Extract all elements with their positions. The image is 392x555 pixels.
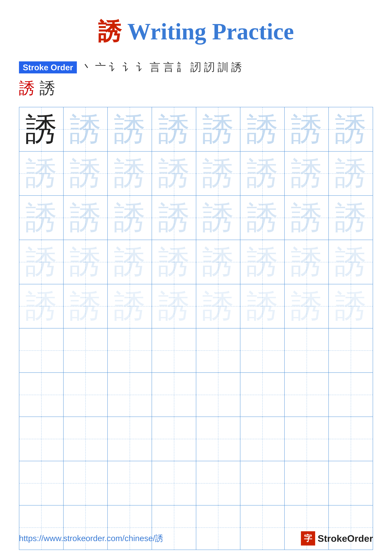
char-vlight: 誘 bbox=[70, 290, 101, 322]
grid-cell-5-2: 誘 bbox=[64, 284, 108, 329]
char-light: 誘 bbox=[158, 158, 190, 189]
grid-row-9 bbox=[19, 461, 373, 505]
grid-cell-7-6[interactable] bbox=[240, 373, 285, 417]
grid-cell-7-7[interactable] bbox=[285, 373, 329, 417]
char-light: 誘 bbox=[291, 113, 322, 145]
grid-cell-8-6[interactable] bbox=[240, 417, 285, 461]
stroke-4: 讠 bbox=[122, 60, 133, 74]
grid-cell-6-7[interactable] bbox=[285, 329, 329, 373]
char-vlight: 誘 bbox=[202, 290, 234, 322]
char-light: 誘 bbox=[202, 202, 234, 234]
grid-cell-8-1[interactable] bbox=[19, 417, 64, 461]
page-container: 誘 Writing Practice Stroke Order 丶 亠 讠 讠 … bbox=[0, 0, 392, 555]
practice-grid: 誘 誘 誘 誘 誘 誘 誘 誘 bbox=[19, 107, 373, 550]
grid-cell-6-5[interactable] bbox=[196, 329, 241, 373]
grid-cell-7-8[interactable] bbox=[329, 373, 373, 417]
char-light: 誘 bbox=[70, 158, 101, 189]
grid-cell-9-7[interactable] bbox=[285, 461, 329, 505]
char-light: 誘 bbox=[335, 158, 367, 189]
grid-cell-9-6[interactable] bbox=[240, 461, 285, 505]
char-light: 誘 bbox=[291, 158, 322, 189]
footer: https://www.strokeorder.com/chinese/誘 字 … bbox=[19, 531, 373, 546]
char-light: 誘 bbox=[202, 113, 234, 145]
grid-cell-5-7: 誘 bbox=[285, 284, 329, 329]
grid-cell-1-1: 誘 bbox=[19, 107, 64, 152]
grid-row-8 bbox=[19, 417, 373, 461]
grid-cell-2-4: 誘 bbox=[152, 152, 196, 196]
footer-logo-text: StrokeOrder bbox=[318, 533, 373, 544]
char-vlight: 誘 bbox=[70, 246, 101, 278]
stroke-7: 言 bbox=[163, 60, 174, 74]
stroke-5: 讠 bbox=[136, 60, 147, 74]
stroke-3: 讠 bbox=[109, 60, 120, 74]
grid-cell-6-1[interactable] bbox=[19, 329, 64, 373]
grid-cell-4-5: 誘 bbox=[196, 240, 241, 284]
char-light: 誘 bbox=[291, 202, 322, 234]
grid-cell-6-4[interactable] bbox=[152, 329, 196, 373]
grid-cell-9-4[interactable] bbox=[152, 461, 196, 505]
grid-cell-4-4: 誘 bbox=[152, 240, 196, 284]
grid-cell-3-5: 誘 bbox=[196, 196, 241, 240]
stroke-order-label: Stroke Order bbox=[19, 61, 77, 73]
grid-cell-9-8[interactable] bbox=[329, 461, 373, 505]
grid-cell-2-2: 誘 bbox=[64, 152, 108, 196]
grid-cell-9-2[interactable] bbox=[64, 461, 108, 505]
grid-cell-7-3[interactable] bbox=[108, 373, 152, 417]
footer-url[interactable]: https://www.strokeorder.com/chinese/誘 bbox=[19, 533, 163, 544]
grid-row-2: 誘 誘 誘 誘 誘 誘 誘 誘 bbox=[19, 152, 373, 196]
grid-cell-9-5[interactable] bbox=[196, 461, 241, 505]
grid-cell-4-1: 誘 bbox=[19, 240, 64, 284]
grid-cell-7-2[interactable] bbox=[64, 373, 108, 417]
char-light: 誘 bbox=[114, 113, 145, 145]
footer-logo: 字 StrokeOrder bbox=[301, 531, 373, 546]
grid-cell-6-3[interactable] bbox=[108, 329, 152, 373]
grid-cell-3-3: 誘 bbox=[108, 196, 152, 240]
char-vlight: 誘 bbox=[335, 246, 367, 278]
grid-cell-8-7[interactable] bbox=[285, 417, 329, 461]
char-vlight: 誘 bbox=[158, 246, 190, 278]
grid-row-1: 誘 誘 誘 誘 誘 誘 誘 誘 bbox=[19, 107, 373, 152]
char-vlight: 誘 bbox=[25, 246, 57, 278]
stroke-10: 訒 bbox=[204, 60, 215, 74]
char-light: 誘 bbox=[25, 202, 57, 234]
grid-cell-5-8: 誘 bbox=[329, 284, 373, 329]
grid-cell-8-5[interactable] bbox=[196, 417, 241, 461]
grid-cell-9-1[interactable] bbox=[19, 461, 64, 505]
grid-cell-7-4[interactable] bbox=[152, 373, 196, 417]
grid-cell-8-3[interactable] bbox=[108, 417, 152, 461]
stroke-2: 亠 bbox=[95, 60, 106, 74]
char-light: 誘 bbox=[25, 158, 57, 189]
grid-cell-6-2[interactable] bbox=[64, 329, 108, 373]
stroke-order-row: Stroke Order 丶 亠 讠 讠 讠 言 言 訁 訒 訒 訓 誘 bbox=[19, 60, 242, 74]
grid-cell-5-5: 誘 bbox=[196, 284, 241, 329]
char-vlight: 誘 bbox=[247, 246, 278, 278]
grid-cell-8-8[interactable] bbox=[329, 417, 373, 461]
grid-cell-5-4: 誘 bbox=[152, 284, 196, 329]
stroke-final-red: 誘 bbox=[19, 78, 35, 99]
grid-cell-7-5[interactable] bbox=[196, 373, 241, 417]
grid-cell-8-2[interactable] bbox=[64, 417, 108, 461]
grid-cell-9-3[interactable] bbox=[108, 461, 152, 505]
grid-cell-6-8[interactable] bbox=[329, 329, 373, 373]
stroke-final-gray: 誘 bbox=[40, 78, 55, 99]
grid-cell-3-6: 誘 bbox=[240, 196, 285, 240]
char-light: 誘 bbox=[158, 113, 190, 145]
char-light: 誘 bbox=[70, 202, 101, 234]
grid-cell-2-8: 誘 bbox=[329, 152, 373, 196]
grid-cell-8-4[interactable] bbox=[152, 417, 196, 461]
grid-cell-5-6: 誘 bbox=[240, 284, 285, 329]
char-vlight: 誘 bbox=[25, 290, 57, 322]
grid-row-3: 誘 誘 誘 誘 誘 誘 誘 誘 bbox=[19, 196, 373, 240]
grid-cell-7-1[interactable] bbox=[19, 373, 64, 417]
stroke-second-row: 誘 誘 bbox=[19, 78, 55, 99]
char-vlight: 誘 bbox=[114, 290, 145, 322]
grid-cell-3-2: 誘 bbox=[64, 196, 108, 240]
grid-cell-3-8: 誘 bbox=[329, 196, 373, 240]
stroke-12: 誘 bbox=[231, 60, 242, 74]
char-vlight: 誘 bbox=[291, 246, 322, 278]
grid-cell-6-6[interactable] bbox=[240, 329, 285, 373]
grid-cell-2-6: 誘 bbox=[240, 152, 285, 196]
grid-cell-1-5: 誘 bbox=[196, 107, 241, 152]
grid-row-5: 誘 誘 誘 誘 誘 誘 誘 誘 bbox=[19, 284, 373, 329]
grid-cell-4-7: 誘 bbox=[285, 240, 329, 284]
